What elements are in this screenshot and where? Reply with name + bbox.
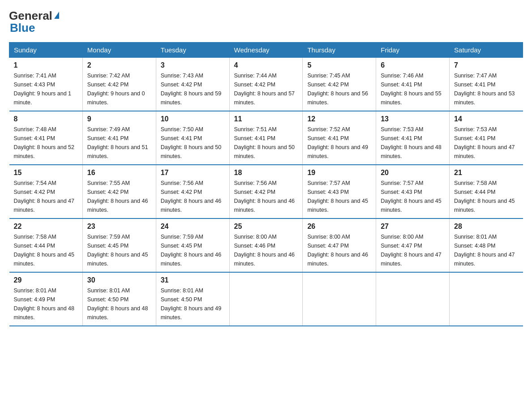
day-number: 19 xyxy=(307,169,371,177)
page-header: General Blue xyxy=(9,9,523,35)
calendar-cell: 25 Sunrise: 8:00 AMSunset: 4:46 PMDaylig… xyxy=(229,218,303,272)
day-info: Sunrise: 8:00 AMSunset: 4:47 PMDaylight:… xyxy=(307,232,371,268)
calendar-week-row: 29 Sunrise: 8:01 AMSunset: 4:49 PMDaylig… xyxy=(9,272,523,326)
day-number: 5 xyxy=(307,61,371,69)
weekday-header-sunday: Sunday xyxy=(9,43,83,58)
weekday-header-tuesday: Tuesday xyxy=(156,43,229,58)
calendar-cell: 5 Sunrise: 7:45 AMSunset: 4:42 PMDayligh… xyxy=(303,58,376,111)
day-number: 31 xyxy=(161,276,225,284)
day-number: 9 xyxy=(87,115,151,123)
day-info: Sunrise: 7:45 AMSunset: 4:42 PMDaylight:… xyxy=(307,71,371,107)
day-number: 25 xyxy=(234,223,298,231)
calendar-cell: 11 Sunrise: 7:51 AMSunset: 4:41 PMDaylig… xyxy=(229,111,303,165)
calendar-cell: 27 Sunrise: 8:00 AMSunset: 4:47 PMDaylig… xyxy=(376,218,450,272)
day-number: 2 xyxy=(87,61,151,69)
day-info: Sunrise: 7:43 AMSunset: 4:42 PMDaylight:… xyxy=(161,71,225,107)
calendar-cell xyxy=(303,272,376,326)
day-info: Sunrise: 8:01 AMSunset: 4:50 PMDaylight:… xyxy=(87,286,151,322)
calendar-cell: 15 Sunrise: 7:54 AMSunset: 4:42 PMDaylig… xyxy=(9,165,83,218)
day-number: 1 xyxy=(14,61,78,69)
day-info: Sunrise: 7:57 AMSunset: 4:43 PMDaylight:… xyxy=(381,179,445,214)
weekday-header-saturday: Saturday xyxy=(450,43,523,58)
day-info: Sunrise: 7:41 AMSunset: 4:43 PMDaylight:… xyxy=(14,71,78,107)
calendar-cell: 14 Sunrise: 7:53 AMSunset: 4:41 PMDaylig… xyxy=(450,111,523,165)
day-number: 29 xyxy=(14,276,78,284)
day-info: Sunrise: 7:55 AMSunset: 4:42 PMDaylight:… xyxy=(87,179,151,214)
day-info: Sunrise: 7:49 AMSunset: 4:41 PMDaylight:… xyxy=(87,125,151,161)
calendar-week-row: 15 Sunrise: 7:54 AMSunset: 4:42 PMDaylig… xyxy=(9,165,523,218)
day-number: 6 xyxy=(381,61,445,69)
day-info: Sunrise: 8:00 AMSunset: 4:46 PMDaylight:… xyxy=(234,232,298,268)
calendar-cell: 22 Sunrise: 7:58 AMSunset: 4:44 PMDaylig… xyxy=(9,218,83,272)
day-info: Sunrise: 7:51 AMSunset: 4:41 PMDaylight:… xyxy=(234,125,298,161)
day-info: Sunrise: 7:52 AMSunset: 4:41 PMDaylight:… xyxy=(307,125,371,161)
day-info: Sunrise: 7:42 AMSunset: 4:42 PMDaylight:… xyxy=(87,71,151,107)
calendar-cell: 12 Sunrise: 7:52 AMSunset: 4:41 PMDaylig… xyxy=(303,111,376,165)
day-number: 4 xyxy=(234,61,298,69)
day-info: Sunrise: 7:54 AMSunset: 4:42 PMDaylight:… xyxy=(14,179,78,214)
day-number: 24 xyxy=(161,223,225,231)
day-info: Sunrise: 7:50 AMSunset: 4:41 PMDaylight:… xyxy=(161,125,225,161)
day-info: Sunrise: 7:57 AMSunset: 4:43 PMDaylight:… xyxy=(307,179,371,214)
day-number: 7 xyxy=(454,61,518,69)
day-info: Sunrise: 8:00 AMSunset: 4:47 PMDaylight:… xyxy=(381,232,445,268)
calendar-cell: 2 Sunrise: 7:42 AMSunset: 4:42 PMDayligh… xyxy=(82,58,156,111)
logo-triangle-icon xyxy=(54,12,59,19)
calendar-cell: 23 Sunrise: 7:59 AMSunset: 4:45 PMDaylig… xyxy=(82,218,156,272)
calendar-cell: 8 Sunrise: 7:48 AMSunset: 4:41 PMDayligh… xyxy=(9,111,83,165)
day-number: 16 xyxy=(87,169,151,177)
day-info: Sunrise: 7:46 AMSunset: 4:41 PMDaylight:… xyxy=(381,71,445,107)
weekday-header-thursday: Thursday xyxy=(303,43,376,58)
calendar-cell: 10 Sunrise: 7:50 AMSunset: 4:41 PMDaylig… xyxy=(156,111,229,165)
day-info: Sunrise: 7:48 AMSunset: 4:41 PMDaylight:… xyxy=(14,125,78,161)
calendar-cell: 1 Sunrise: 7:41 AMSunset: 4:43 PMDayligh… xyxy=(9,58,83,111)
calendar-cell: 18 Sunrise: 7:56 AMSunset: 4:42 PMDaylig… xyxy=(229,165,303,218)
calendar-cell: 7 Sunrise: 7:47 AMSunset: 4:41 PMDayligh… xyxy=(450,58,523,111)
day-info: Sunrise: 8:01 AMSunset: 4:49 PMDaylight:… xyxy=(14,286,78,322)
day-number: 13 xyxy=(381,115,445,123)
day-number: 20 xyxy=(381,169,445,177)
day-number: 11 xyxy=(234,115,298,123)
logo: General Blue xyxy=(9,9,59,35)
day-info: Sunrise: 7:59 AMSunset: 4:45 PMDaylight:… xyxy=(161,232,225,268)
calendar-table: SundayMondayTuesdayWednesdayThursdayFrid… xyxy=(9,42,523,326)
day-number: 8 xyxy=(14,115,78,123)
calendar-cell: 4 Sunrise: 7:44 AMSunset: 4:42 PMDayligh… xyxy=(229,58,303,111)
calendar-week-row: 1 Sunrise: 7:41 AMSunset: 4:43 PMDayligh… xyxy=(9,58,523,111)
calendar-cell: 30 Sunrise: 8:01 AMSunset: 4:50 PMDaylig… xyxy=(82,272,156,326)
day-info: Sunrise: 7:53 AMSunset: 4:41 PMDaylight:… xyxy=(454,125,518,161)
day-info: Sunrise: 7:58 AMSunset: 4:44 PMDaylight:… xyxy=(14,232,78,268)
day-info: Sunrise: 7:59 AMSunset: 4:45 PMDaylight:… xyxy=(87,232,151,268)
day-number: 22 xyxy=(14,223,78,231)
day-number: 26 xyxy=(307,223,371,231)
calendar-cell: 16 Sunrise: 7:55 AMSunset: 4:42 PMDaylig… xyxy=(82,165,156,218)
day-info: Sunrise: 8:01 AMSunset: 4:48 PMDaylight:… xyxy=(454,232,518,268)
day-number: 17 xyxy=(161,169,225,177)
calendar-cell: 21 Sunrise: 7:58 AMSunset: 4:44 PMDaylig… xyxy=(450,165,523,218)
logo-blue-text: Blue xyxy=(9,21,35,35)
calendar-cell: 31 Sunrise: 8:01 AMSunset: 4:50 PMDaylig… xyxy=(156,272,229,326)
calendar-cell: 24 Sunrise: 7:59 AMSunset: 4:45 PMDaylig… xyxy=(156,218,229,272)
day-info: Sunrise: 7:53 AMSunset: 4:41 PMDaylight:… xyxy=(381,125,445,161)
calendar-cell: 19 Sunrise: 7:57 AMSunset: 4:43 PMDaylig… xyxy=(303,165,376,218)
day-number: 23 xyxy=(87,223,151,231)
day-number: 10 xyxy=(161,115,225,123)
calendar-cell: 28 Sunrise: 8:01 AMSunset: 4:48 PMDaylig… xyxy=(450,218,523,272)
weekday-header-friday: Friday xyxy=(376,43,450,58)
day-number: 14 xyxy=(454,115,518,123)
day-info: Sunrise: 7:56 AMSunset: 4:42 PMDaylight:… xyxy=(234,179,298,214)
weekday-header-row: SundayMondayTuesdayWednesdayThursdayFrid… xyxy=(9,43,523,58)
day-number: 28 xyxy=(454,223,518,231)
calendar-body: 1 Sunrise: 7:41 AMSunset: 4:43 PMDayligh… xyxy=(9,58,523,326)
weekday-header-wednesday: Wednesday xyxy=(229,43,303,58)
day-number: 3 xyxy=(161,61,225,69)
day-number: 15 xyxy=(14,169,78,177)
calendar-cell xyxy=(229,272,303,326)
day-info: Sunrise: 7:44 AMSunset: 4:42 PMDaylight:… xyxy=(234,71,298,107)
calendar-cell: 9 Sunrise: 7:49 AMSunset: 4:41 PMDayligh… xyxy=(82,111,156,165)
day-info: Sunrise: 7:58 AMSunset: 4:44 PMDaylight:… xyxy=(454,179,518,214)
calendar-cell: 3 Sunrise: 7:43 AMSunset: 4:42 PMDayligh… xyxy=(156,58,229,111)
calendar-header: SundayMondayTuesdayWednesdayThursdayFrid… xyxy=(9,43,523,58)
calendar-week-row: 8 Sunrise: 7:48 AMSunset: 4:41 PMDayligh… xyxy=(9,111,523,165)
day-info: Sunrise: 7:56 AMSunset: 4:42 PMDaylight:… xyxy=(161,179,225,214)
